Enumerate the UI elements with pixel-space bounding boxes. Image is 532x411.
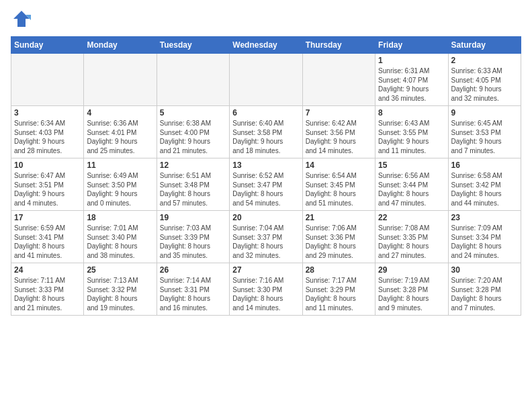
day-number: 13 (232, 161, 299, 170)
day-detail: Sunrise: 7:06 AM Sunset: 3:36 PM Dayligh… (306, 224, 372, 260)
calendar-cell: 28Sunrise: 7:17 AM Sunset: 3:29 PM Dayli… (302, 263, 375, 316)
day-detail: Sunrise: 7:08 AM Sunset: 3:35 PM Dayligh… (378, 224, 445, 260)
day-number: 29 (378, 265, 445, 275)
weekday-header-thursday: Thursday (302, 37, 375, 54)
day-detail: Sunrise: 7:16 AM Sunset: 3:30 PM Dayligh… (232, 276, 299, 312)
day-detail: Sunrise: 6:31 AM Sunset: 4:07 PM Dayligh… (378, 66, 445, 103)
calendar-cell: 4Sunrise: 6:36 AM Sunset: 4:01 PM Daylig… (84, 106, 157, 158)
day-detail: Sunrise: 6:34 AM Sunset: 4:03 PM Dayligh… (14, 119, 81, 155)
day-detail: Sunrise: 6:47 AM Sunset: 3:51 PM Dayligh… (14, 171, 81, 208)
weekday-header-monday: Monday (84, 37, 157, 54)
calendar-cell: 1Sunrise: 6:31 AM Sunset: 4:07 PM Daylig… (375, 54, 448, 106)
day-detail: Sunrise: 6:54 AM Sunset: 3:45 PM Dayligh… (306, 171, 372, 208)
calendar-cell: 23Sunrise: 7:09 AM Sunset: 3:34 PM Dayli… (448, 211, 521, 263)
day-number: 4 (87, 108, 153, 118)
day-detail: Sunrise: 7:17 AM Sunset: 3:29 PM Dayligh… (306, 276, 372, 312)
weekday-header-row: SundayMondayTuesdayWednesdayThursdayFrid… (11, 37, 521, 54)
day-detail: Sunrise: 6:33 AM Sunset: 4:05 PM Dayligh… (451, 66, 518, 103)
calendar-cell (157, 54, 229, 106)
day-number: 22 (378, 213, 445, 222)
calendar-cell: 2Sunrise: 6:33 AM Sunset: 4:05 PM Daylig… (448, 54, 521, 106)
calendar-week-2: 3Sunrise: 6:34 AM Sunset: 4:03 PM Daylig… (11, 106, 521, 158)
calendar-cell: 20Sunrise: 7:04 AM Sunset: 3:37 PM Dayli… (230, 211, 302, 263)
calendar-cell: 17Sunrise: 6:59 AM Sunset: 3:41 PM Dayli… (11, 211, 84, 263)
calendar-cell: 21Sunrise: 7:06 AM Sunset: 3:36 PM Dayli… (302, 211, 375, 263)
day-detail: Sunrise: 7:19 AM Sunset: 3:28 PM Dayligh… (378, 276, 445, 312)
day-detail: Sunrise: 6:43 AM Sunset: 3:55 PM Dayligh… (378, 119, 445, 155)
page-container: SundayMondayTuesdayWednesdayThursdayFrid… (0, 0, 532, 321)
calendar-cell (230, 54, 302, 106)
calendar-cell: 18Sunrise: 7:01 AM Sunset: 3:40 PM Dayli… (84, 211, 157, 263)
calendar-cell: 8Sunrise: 6:43 AM Sunset: 3:55 PM Daylig… (375, 106, 448, 158)
calendar-cell: 9Sunrise: 6:45 AM Sunset: 3:53 PM Daylig… (448, 106, 521, 158)
day-detail: Sunrise: 6:40 AM Sunset: 3:58 PM Dayligh… (232, 119, 299, 155)
day-detail: Sunrise: 6:52 AM Sunset: 3:47 PM Dayligh… (232, 171, 299, 208)
calendar-cell: 3Sunrise: 6:34 AM Sunset: 4:03 PM Daylig… (11, 106, 84, 158)
weekday-header-sunday: Sunday (11, 37, 84, 54)
day-number: 12 (160, 161, 226, 170)
day-number: 20 (232, 213, 299, 222)
logo-icon (11, 8, 32, 30)
day-detail: Sunrise: 6:38 AM Sunset: 4:00 PM Dayligh… (160, 119, 226, 155)
day-detail: Sunrise: 6:51 AM Sunset: 3:48 PM Dayligh… (160, 171, 226, 208)
logo (11, 8, 35, 30)
day-detail: Sunrise: 7:09 AM Sunset: 3:34 PM Dayligh… (451, 224, 518, 260)
calendar-cell: 6Sunrise: 6:40 AM Sunset: 3:58 PM Daylig… (230, 106, 302, 158)
day-detail: Sunrise: 7:04 AM Sunset: 3:37 PM Dayligh… (232, 224, 299, 260)
calendar-cell: 30Sunrise: 7:20 AM Sunset: 3:28 PM Dayli… (448, 263, 521, 316)
calendar-cell: 26Sunrise: 7:14 AM Sunset: 3:31 PM Dayli… (157, 263, 229, 316)
day-number: 14 (306, 161, 372, 170)
page-header (11, 8, 521, 30)
day-detail: Sunrise: 6:45 AM Sunset: 3:53 PM Dayligh… (451, 119, 518, 155)
day-number: 25 (87, 265, 153, 275)
day-detail: Sunrise: 7:11 AM Sunset: 3:33 PM Dayligh… (14, 276, 81, 312)
calendar-cell: 14Sunrise: 6:54 AM Sunset: 3:45 PM Dayli… (302, 158, 375, 211)
day-number: 3 (14, 108, 81, 118)
weekday-header-saturday: Saturday (448, 37, 521, 54)
day-detail: Sunrise: 7:20 AM Sunset: 3:28 PM Dayligh… (451, 276, 518, 312)
calendar-cell (11, 54, 84, 106)
day-detail: Sunrise: 7:03 AM Sunset: 3:39 PM Dayligh… (160, 224, 226, 260)
calendar-cell: 13Sunrise: 6:52 AM Sunset: 3:47 PM Dayli… (230, 158, 302, 211)
day-detail: Sunrise: 6:58 AM Sunset: 3:42 PM Dayligh… (451, 171, 518, 208)
calendar-week-4: 17Sunrise: 6:59 AM Sunset: 3:41 PM Dayli… (11, 211, 521, 263)
day-number: 1 (378, 56, 445, 65)
day-number: 18 (87, 213, 153, 222)
calendar-cell: 11Sunrise: 6:49 AM Sunset: 3:50 PM Dayli… (84, 158, 157, 211)
calendar-cell: 22Sunrise: 7:08 AM Sunset: 3:35 PM Dayli… (375, 211, 448, 263)
day-detail: Sunrise: 6:42 AM Sunset: 3:56 PM Dayligh… (306, 119, 372, 155)
day-detail: Sunrise: 7:13 AM Sunset: 3:32 PM Dayligh… (87, 276, 153, 312)
day-number: 16 (451, 161, 518, 170)
calendar-week-5: 24Sunrise: 7:11 AM Sunset: 3:33 PM Dayli… (11, 263, 521, 316)
calendar-cell: 7Sunrise: 6:42 AM Sunset: 3:56 PM Daylig… (302, 106, 375, 158)
day-number: 11 (87, 161, 153, 170)
day-number: 5 (160, 108, 226, 118)
calendar-cell (84, 54, 157, 106)
calendar-table: SundayMondayTuesdayWednesdayThursdayFrid… (11, 36, 521, 316)
weekday-header-wednesday: Wednesday (230, 37, 302, 54)
day-number: 26 (160, 265, 226, 275)
day-number: 17 (14, 213, 81, 222)
calendar-cell: 16Sunrise: 6:58 AM Sunset: 3:42 PM Dayli… (448, 158, 521, 211)
calendar-cell: 25Sunrise: 7:13 AM Sunset: 3:32 PM Dayli… (84, 263, 157, 316)
day-number: 10 (14, 161, 81, 170)
day-number: 7 (306, 108, 372, 118)
day-detail: Sunrise: 6:59 AM Sunset: 3:41 PM Dayligh… (14, 224, 81, 260)
day-number: 30 (451, 265, 518, 275)
day-number: 9 (451, 108, 518, 118)
calendar-cell: 27Sunrise: 7:16 AM Sunset: 3:30 PM Dayli… (230, 263, 302, 316)
day-number: 6 (232, 108, 299, 118)
day-number: 23 (451, 213, 518, 222)
calendar-cell: 15Sunrise: 6:56 AM Sunset: 3:44 PM Dayli… (375, 158, 448, 211)
calendar-cell: 10Sunrise: 6:47 AM Sunset: 3:51 PM Dayli… (11, 158, 84, 211)
svg-marker-0 (13, 11, 30, 27)
calendar-week-3: 10Sunrise: 6:47 AM Sunset: 3:51 PM Dayli… (11, 158, 521, 211)
day-number: 8 (378, 108, 445, 118)
calendar-cell (302, 54, 375, 106)
day-detail: Sunrise: 7:01 AM Sunset: 3:40 PM Dayligh… (87, 224, 153, 260)
day-number: 21 (306, 213, 372, 222)
day-number: 19 (160, 213, 226, 222)
weekday-header-friday: Friday (375, 37, 448, 54)
weekday-header-tuesday: Tuesday (157, 37, 229, 54)
calendar-cell: 24Sunrise: 7:11 AM Sunset: 3:33 PM Dayli… (11, 263, 84, 316)
